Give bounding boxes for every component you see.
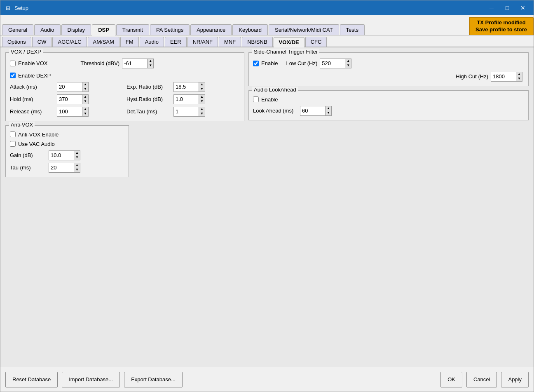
lookahead-enable-row: Enable <box>253 96 524 103</box>
low-cut-spinbox-btns: ▲ ▼ <box>345 59 351 68</box>
attack-spinbox[interactable]: ▲ ▼ <box>57 82 89 92</box>
tx-profile-button[interactable]: TX Profile modified Save profile to stor… <box>469 17 534 35</box>
exp-ratio-down-btn[interactable]: ▼ <box>199 87 205 92</box>
tab-dsp[interactable]: DSP <box>92 24 115 35</box>
tab2-agc-alc[interactable]: AGC/ALC <box>52 37 87 47</box>
high-cut-up-btn[interactable]: ▲ <box>516 72 522 77</box>
tau-input[interactable] <box>49 163 74 172</box>
export-database-button[interactable]: Export Database... <box>124 372 183 387</box>
tab-display[interactable]: Display <box>61 24 91 35</box>
tab2-vox-de[interactable]: VOX/DE <box>274 37 304 47</box>
hold-up-btn[interactable]: ▲ <box>82 95 88 99</box>
low-cut-down-btn[interactable]: ▼ <box>345 63 351 68</box>
hyst-ratio-input[interactable] <box>174 95 199 104</box>
tab-transmit[interactable]: Transmit <box>116 24 149 35</box>
tab2-eer[interactable]: EER <box>165 37 187 47</box>
release-spinbox-btns: ▲ ▼ <box>82 107 88 116</box>
tab-general[interactable]: General <box>2 24 33 35</box>
tab2-mnf[interactable]: MNF <box>219 37 241 47</box>
tab2-cfc[interactable]: CFC <box>305 37 327 47</box>
threshold-up-btn[interactable]: ▲ <box>148 59 153 63</box>
tab-pa-settings[interactable]: PA Settings <box>150 24 190 35</box>
close-button[interactable]: ✕ <box>515 2 530 14</box>
threshold-input[interactable] <box>122 59 147 68</box>
tab2-nb-snb[interactable]: NB/SNB <box>242 37 272 47</box>
low-cut-input[interactable] <box>320 59 345 68</box>
hold-input[interactable] <box>57 95 82 104</box>
det-tau-up-btn[interactable]: ▲ <box>199 107 205 112</box>
det-tau-input[interactable] <box>174 107 199 116</box>
apply-button[interactable]: Apply <box>501 372 529 387</box>
tab2-audio[interactable]: Audio <box>140 37 164 47</box>
gain-up-btn[interactable]: ▲ <box>74 151 80 155</box>
attack-down-btn[interactable]: ▼ <box>82 87 88 92</box>
det-tau-spinbox[interactable]: ▲ ▼ <box>173 107 205 117</box>
antivox-enable-checkbox[interactable] <box>10 131 16 137</box>
high-cut-input[interactable] <box>491 72 516 81</box>
exp-ratio-spinbox[interactable]: ▲ ▼ <box>173 82 205 92</box>
low-cut-up-btn[interactable]: ▲ <box>345 59 351 63</box>
window-title: Setup <box>14 5 484 11</box>
high-cut-down-btn[interactable]: ▼ <box>516 77 522 81</box>
attack-up-btn[interactable]: ▲ <box>82 82 88 87</box>
tab-audio[interactable]: Audio <box>34 24 60 35</box>
lookahead-down-btn[interactable]: ▼ <box>326 111 331 115</box>
lookahead-enable-checkbox[interactable] <box>253 96 259 102</box>
use-vac-checkbox[interactable] <box>10 141 16 147</box>
threshold-down-btn[interactable]: ▼ <box>148 63 153 68</box>
tau-down-btn[interactable]: ▼ <box>74 168 80 172</box>
high-cut-spinbox[interactable]: ▲ ▼ <box>491 72 522 82</box>
tab-keyboard[interactable]: Keyboard <box>232 24 268 35</box>
det-tau-down-btn[interactable]: ▼ <box>199 112 205 116</box>
threshold-spinbox[interactable]: ▲ ▼ <box>122 59 154 68</box>
ok-button[interactable]: OK <box>440 372 462 387</box>
lookahead-spinbox[interactable]: ▲ ▼ <box>300 106 332 116</box>
lookahead-input[interactable] <box>300 106 325 115</box>
hyst-ratio-spinbox[interactable]: ▲ ▼ <box>173 94 205 104</box>
exp-ratio-up-btn[interactable]: ▲ <box>199 82 205 87</box>
tab2-nr-anf[interactable]: NR/ANF <box>187 37 218 47</box>
enable-vox-checkbox[interactable] <box>10 61 16 66</box>
tab-tests[interactable]: Tests <box>340 24 365 35</box>
maximize-button[interactable]: □ <box>500 2 515 14</box>
tab2-cw[interactable]: CW <box>32 37 52 47</box>
enable-dexp-checkbox[interactable] <box>10 73 16 78</box>
cancel-button[interactable]: Cancel <box>466 372 497 387</box>
reset-database-button[interactable]: Reset Database <box>5 372 58 387</box>
tau-spinbox[interactable]: ▲ ▼ <box>49 163 80 173</box>
titlebar-controls: ─ □ ✕ <box>484 2 530 14</box>
attack-input[interactable] <box>57 82 82 92</box>
hyst-ratio-up-btn[interactable]: ▲ <box>199 95 205 99</box>
tab2-fm[interactable]: FM <box>120 37 139 47</box>
antivox-enable-label: Anti-VOX Enable <box>18 131 59 138</box>
use-vac-row: Use VAC Audio <box>10 141 124 147</box>
release-input[interactable] <box>57 107 82 116</box>
tab-serial-network[interactable]: Serial/Network/Midi CAT <box>269 24 339 35</box>
minimize-button[interactable]: ─ <box>484 2 499 14</box>
vox-dexp-title: VOX / DEXP <box>9 49 43 55</box>
tau-field: Tau (ms) ▲ ▼ <box>10 163 124 173</box>
tab-appearance[interactable]: Appearance <box>190 24 232 35</box>
exp-ratio-input[interactable] <box>174 82 199 92</box>
hyst-ratio-label: Hyst.Ratio (dB) <box>126 96 172 102</box>
side-channel-title: Side-Channel Trigger Filter <box>252 49 319 55</box>
tab2-options[interactable]: Options <box>2 37 31 47</box>
gain-down-btn[interactable]: ▼ <box>74 155 80 160</box>
tab2-am-sam[interactable]: AM/SAM <box>88 37 119 47</box>
release-up-btn[interactable]: ▲ <box>82 107 88 112</box>
release-spinbox[interactable]: ▲ ▼ <box>57 107 89 117</box>
tau-up-btn[interactable]: ▲ <box>74 163 80 168</box>
release-down-btn[interactable]: ▼ <box>82 112 88 116</box>
import-database-button[interactable]: Import Database... <box>62 372 120 387</box>
side-channel-enable-checkbox[interactable] <box>253 61 259 66</box>
lookahead-up-btn[interactable]: ▲ <box>326 106 331 111</box>
hold-spinbox[interactable]: ▲ ▼ <box>57 94 89 104</box>
app-icon: ⊞ <box>4 4 12 12</box>
gain-spinbox[interactable]: ▲ ▼ <box>49 150 80 160</box>
det-tau-label: Det.Tau (ms) <box>126 108 172 115</box>
hold-down-btn[interactable]: ▼ <box>82 99 88 104</box>
titlebar: ⊞ Setup ─ □ ✕ <box>0 0 534 15</box>
hyst-ratio-down-btn[interactable]: ▼ <box>199 99 205 104</box>
low-cut-spinbox[interactable]: ▲ ▼ <box>320 59 351 68</box>
gain-input[interactable] <box>49 151 74 160</box>
